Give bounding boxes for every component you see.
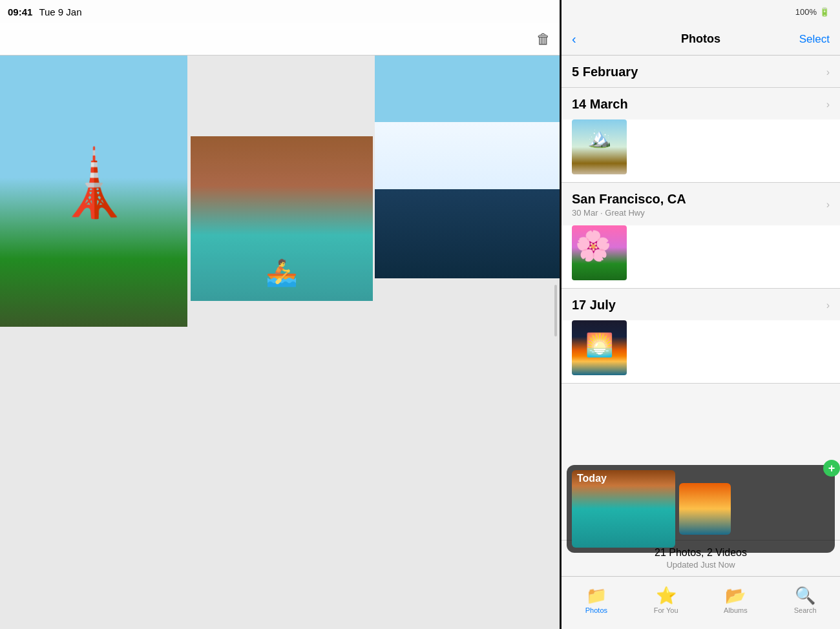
- tab-albums-label: Albums: [724, 606, 748, 614]
- section-subtitle-sf: 30 Mar · Great Hwy: [572, 208, 826, 218]
- albums-tab-icon: 📂: [725, 587, 746, 604]
- flowers-thumbnail: [572, 225, 627, 280]
- drag-sunset-image: [679, 483, 731, 535]
- right-status-bar: 100% 🔋: [562, 0, 840, 23]
- section-header-sf[interactable]: San Francisco, CA 30 Mar · Great Hwy ›: [562, 183, 840, 225]
- right-panel: 100% 🔋 ‹ Photos Select 5 February › 14 M…: [561, 0, 840, 629]
- tab-photos-label: Photos: [585, 606, 607, 614]
- status-bar-left: 09:41 Tue 9 Jan: [0, 0, 561, 23]
- drag-overlay-container: Today +: [562, 465, 840, 553]
- photo-area: [0, 56, 561, 629]
- back-button[interactable]: ‹: [572, 32, 576, 46]
- section-header-sf-text: San Francisco, CA 30 Mar · Great Hwy: [572, 192, 826, 218]
- chevron-icon-feb: ›: [826, 67, 830, 78]
- summary-updated: Updated Just Now: [562, 560, 840, 570]
- photo-eiffel[interactable]: [0, 56, 187, 327]
- section-header-july[interactable]: 17 July ›: [562, 289, 840, 320]
- photo-toolbar: 🗑: [0, 23, 561, 56]
- photos-navbar: ‹ Photos Select: [562, 23, 840, 56]
- chevron-icon-sf: ›: [826, 199, 830, 211]
- section-july: 17 July ›: [562, 289, 840, 384]
- trash-icon[interactable]: 🗑: [536, 31, 551, 48]
- section-feb: 5 February ›: [562, 56, 840, 88]
- for-you-tab-icon: ⭐: [656, 587, 677, 604]
- status-time: 09:41: [8, 6, 32, 17]
- drag-popup: Today +: [567, 465, 835, 553]
- select-button[interactable]: Select: [799, 33, 830, 46]
- section-header-march[interactable]: 14 March ›: [562, 88, 840, 119]
- section-title-sf: San Francisco, CA: [572, 192, 826, 207]
- section-content-july: [562, 320, 840, 383]
- thumb-march-1[interactable]: [572, 119, 627, 174]
- sunset-thumbnail: [572, 320, 627, 375]
- panel-divider: [560, 0, 562, 629]
- drag-today-text: Today: [577, 473, 607, 484]
- battery-icon: 🔋: [819, 7, 830, 17]
- section-sf: San Francisco, CA 30 Mar · Great Hwy ›: [562, 183, 840, 289]
- drawing-thumbnail: [572, 119, 627, 174]
- section-content-sf: [562, 225, 840, 288]
- chevron-icon-march: ›: [826, 99, 830, 110]
- status-right: 100% 🔋: [795, 7, 830, 17]
- status-date: Tue 9 Jan: [39, 6, 81, 17]
- section-title-july: 17 July: [572, 298, 616, 313]
- scroll-indicator: [554, 285, 557, 336]
- section-header-feb[interactable]: 5 February ›: [562, 56, 840, 87]
- section-content-march: [562, 119, 840, 182]
- left-panel: 09:41 Tue 9 Jan 🗑: [0, 0, 561, 629]
- tab-albums[interactable]: 📂 Albums: [701, 577, 771, 629]
- tab-search[interactable]: 🔍 Search: [770, 577, 840, 629]
- venice-image: [191, 136, 373, 301]
- photo-venice[interactable]: [191, 136, 373, 301]
- chevron-icon-july: ›: [826, 300, 830, 311]
- tab-for-you-label: For You: [654, 606, 678, 614]
- plus-badge: +: [823, 460, 840, 477]
- thumb-july-1[interactable]: [572, 320, 627, 375]
- photos-tab-icon: 📁: [586, 587, 607, 604]
- section-march: 14 March ›: [562, 88, 840, 183]
- thumb-sf-1[interactable]: [572, 225, 627, 280]
- iceberg-image: [375, 56, 561, 278]
- tab-bar: 📁 Photos ⭐ For You 📂 Albums 🔍 Search: [562, 576, 840, 629]
- section-title-march: 14 March: [572, 97, 628, 112]
- photo-iceberg[interactable]: [375, 56, 561, 278]
- tab-for-you[interactable]: ⭐ For You: [631, 577, 701, 629]
- search-tab-icon: 🔍: [795, 587, 815, 604]
- eiffel-image: [0, 56, 187, 327]
- battery-percent: 100%: [795, 7, 817, 17]
- drag-thumb-sunset: [679, 483, 731, 535]
- section-title-feb: 5 February: [572, 65, 638, 79]
- nav-title: Photos: [681, 32, 720, 46]
- tab-photos[interactable]: 📁 Photos: [562, 577, 631, 629]
- tab-search-label: Search: [794, 606, 817, 614]
